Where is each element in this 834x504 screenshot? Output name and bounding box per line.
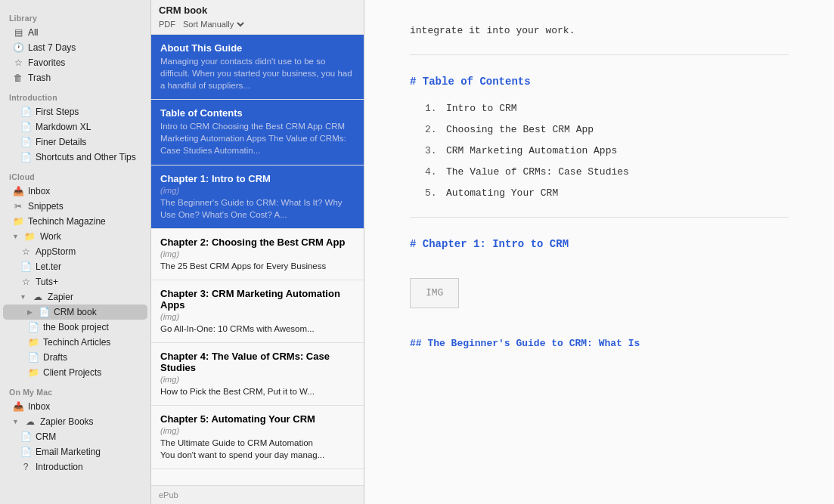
note-preview: Intro to CRM Choosing the Best CRM App C… bbox=[160, 120, 355, 156]
toc-heading: # Table of Contents bbox=[410, 73, 789, 91]
toc-text: Automating Your CRM bbox=[446, 185, 558, 202]
beginner-heading: ## The Beginner's Guide to CRM: What Is bbox=[410, 335, 789, 352]
sidebar-item-label: Tuts+ bbox=[36, 277, 141, 287]
doc-icon: 📄 bbox=[20, 447, 32, 457]
sidebar-item-label: the Book project bbox=[43, 322, 141, 332]
toc-item: 4.The Value of CRMs: Case Studies bbox=[425, 164, 789, 181]
note-img: (img) bbox=[160, 312, 355, 321]
sidebar-item-label: Techinch Magazine bbox=[28, 216, 141, 227]
doc-icon: 📄 bbox=[20, 107, 32, 117]
sidebar-item-introduction-mac[interactable]: ? Introduction bbox=[3, 459, 147, 475]
note-title: Chapter 4: The Value of CRMs: Case Studi… bbox=[160, 351, 355, 373]
sidebar-item-techincharticles[interactable]: 📁 Techinch Articles bbox=[3, 335, 147, 350]
content-top-line: integrate it into your work. bbox=[410, 23, 789, 39]
sidebar-item-markdownxl[interactable]: 📄 Markdown XL bbox=[3, 119, 147, 135]
toc-item: 1.Intro to CRM bbox=[425, 100, 789, 117]
disclosure-icon: ▼ bbox=[12, 233, 19, 240]
sidebar-item-clientprojects[interactable]: 📁 Client Projects bbox=[3, 365, 147, 380]
format-label: PDF bbox=[159, 20, 175, 29]
sidebar-item-finerdetails[interactable]: 📄 Finer Details bbox=[3, 135, 147, 150]
note-item-toc[interactable]: Table of Contents Intro to CRM Choosing … bbox=[151, 100, 364, 165]
sidebar-item-label: Client Projects bbox=[43, 367, 141, 378]
sidebar-item-label: Inbox bbox=[28, 186, 141, 196]
content-separator bbox=[410, 54, 789, 55]
sidebar-item-label: CRM bbox=[36, 431, 141, 442]
sidebar-item-emailmarketing[interactable]: 📄 Email Marketing bbox=[3, 444, 147, 459]
inbox-icon: 📥 bbox=[12, 186, 24, 196]
sidebar-item-tuts[interactable]: ☆ Tuts+ bbox=[3, 274, 147, 289]
sidebar-item-crmbook[interactable]: ▶ 📄 CRM book bbox=[3, 305, 147, 320]
note-title: Chapter 1: Intro to CRM bbox=[160, 173, 355, 184]
note-title: Table of Contents bbox=[160, 107, 355, 119]
toc-num: 3. bbox=[425, 143, 440, 159]
sort-select[interactable]: Sort Manually bbox=[180, 19, 246, 29]
note-item-ch4[interactable]: Chapter 4: The Value of CRMs: Case Studi… bbox=[151, 343, 364, 406]
note-title: Chapter 5: Automating Your CRM bbox=[160, 413, 355, 425]
doc-icon: 📄 bbox=[20, 431, 32, 442]
sidebar-item-techinch[interactable]: 📁 Techinch Magazine bbox=[3, 214, 147, 229]
toc-num: 5. bbox=[425, 185, 440, 202]
folder-icon: 📁 bbox=[12, 216, 24, 227]
sidebar-item-letter[interactable]: 📄 Let.ter bbox=[3, 259, 147, 274]
question-icon: ? bbox=[20, 462, 32, 472]
middle-toolbar: PDF Sort Manually bbox=[159, 19, 356, 29]
sidebar-item-trash[interactable]: 🗑 Trash bbox=[3, 70, 147, 85]
sidebar-item-firststeps[interactable]: 📄 First Steps bbox=[3, 104, 147, 119]
trash-icon: 🗑 bbox=[12, 73, 24, 83]
clock-icon: 🕐 bbox=[12, 42, 24, 53]
star-icon: ☆ bbox=[20, 246, 32, 257]
folder-icon: 📁 bbox=[27, 337, 39, 348]
scissors-icon: ✂ bbox=[12, 201, 24, 212]
note-img: (img) bbox=[160, 249, 355, 258]
sidebar-item-drafts[interactable]: 📄 Drafts bbox=[3, 350, 147, 365]
sidebar-item-favorites[interactable]: ☆ Favorites bbox=[3, 55, 147, 70]
sidebar-item-bookproject[interactable]: 📄 the Book project bbox=[3, 320, 147, 335]
note-img: (img) bbox=[160, 426, 355, 435]
img-placeholder: IMG bbox=[410, 278, 459, 308]
note-title: Chapter 2: Choosing the Best CRM App bbox=[160, 237, 355, 248]
toc-num: 2. bbox=[425, 122, 440, 138]
disclosure-icon: ▼ bbox=[20, 293, 26, 301]
sidebar-item-label: Email Marketing bbox=[36, 447, 141, 457]
icloud-section-label: iCloud bbox=[0, 165, 150, 184]
sidebar-item-label: Introduction bbox=[36, 462, 141, 472]
sidebar-item-crm[interactable]: 📄 CRM bbox=[3, 429, 147, 444]
toc-item: 2.Choosing the Best CRM App bbox=[425, 122, 789, 138]
sidebar-item-all[interactable]: ▤ All bbox=[3, 25, 147, 40]
sidebar-item-label: CRM book bbox=[54, 307, 141, 317]
sidebar-item-label: Work bbox=[40, 231, 141, 242]
note-item-ch1[interactable]: Chapter 1: Intro to CRM (img) The Beginn… bbox=[151, 165, 364, 229]
all-icon: ▤ bbox=[12, 27, 24, 38]
toc-item: 3.CRM Marketing Automation Apps bbox=[425, 143, 789, 159]
note-item-about[interactable]: About This Guide Managing your contacts … bbox=[151, 35, 364, 100]
doc-icon: 📄 bbox=[20, 122, 32, 132]
star-icon: ☆ bbox=[12, 57, 24, 68]
sidebar-item-label: Zapier Books bbox=[40, 416, 141, 427]
sidebar-item-shortcuts[interactable]: 📄 Shortcuts and Other Tips bbox=[3, 150, 147, 165]
note-preview: How to Pick the Best CRM, Put it to W... bbox=[160, 385, 355, 397]
note-preview: The Ultimate Guide to CRM Automation bbox=[160, 437, 355, 449]
sidebar-item-work[interactable]: ▼ 📁 Work bbox=[3, 229, 147, 244]
sidebar-item-label: Let.ter bbox=[36, 261, 141, 272]
library-section-label: Library bbox=[0, 6, 150, 25]
note-item-ch5[interactable]: Chapter 5: Automating Your CRM (img) The… bbox=[151, 406, 364, 469]
sidebar-item-snippets[interactable]: ✂ Snippets bbox=[3, 199, 147, 214]
doc-icon: 📄 bbox=[20, 261, 32, 272]
sidebar-item-inbox-icloud[interactable]: 📥 Inbox bbox=[3, 184, 147, 199]
note-item-ch2[interactable]: Chapter 2: Choosing the Best CRM App (im… bbox=[151, 229, 364, 280]
note-title: About This Guide bbox=[160, 42, 355, 54]
sidebar-item-appstorm[interactable]: ☆ AppStorm bbox=[3, 244, 147, 259]
note-preview: Managing your contacts didn't use to be … bbox=[160, 55, 355, 91]
img-placeholder-container: IMG bbox=[410, 266, 789, 320]
sidebar-item-zapierbooks[interactable]: ▼ ☁ Zapier Books bbox=[3, 414, 147, 429]
note-title: Chapter 3: CRM Marketing Automation Apps bbox=[160, 288, 355, 311]
sidebar-item-label: AppStorm bbox=[36, 246, 141, 257]
note-item-ch3[interactable]: Chapter 3: CRM Marketing Automation Apps… bbox=[151, 280, 364, 343]
folder-icon: ☁ bbox=[24, 416, 36, 427]
doc-icon: 📄 bbox=[27, 352, 39, 363]
sidebar-item-inbox-mac[interactable]: 📥 Inbox bbox=[3, 399, 147, 414]
toc-list: 1.Intro to CRM2.Choosing the Best CRM Ap… bbox=[410, 100, 789, 202]
doc-icon: 📄 bbox=[20, 152, 32, 162]
sidebar-item-last7days[interactable]: 🕐 Last 7 Days bbox=[3, 40, 147, 55]
sidebar-item-zapier[interactable]: ▼ ☁ Zapier bbox=[3, 289, 147, 305]
